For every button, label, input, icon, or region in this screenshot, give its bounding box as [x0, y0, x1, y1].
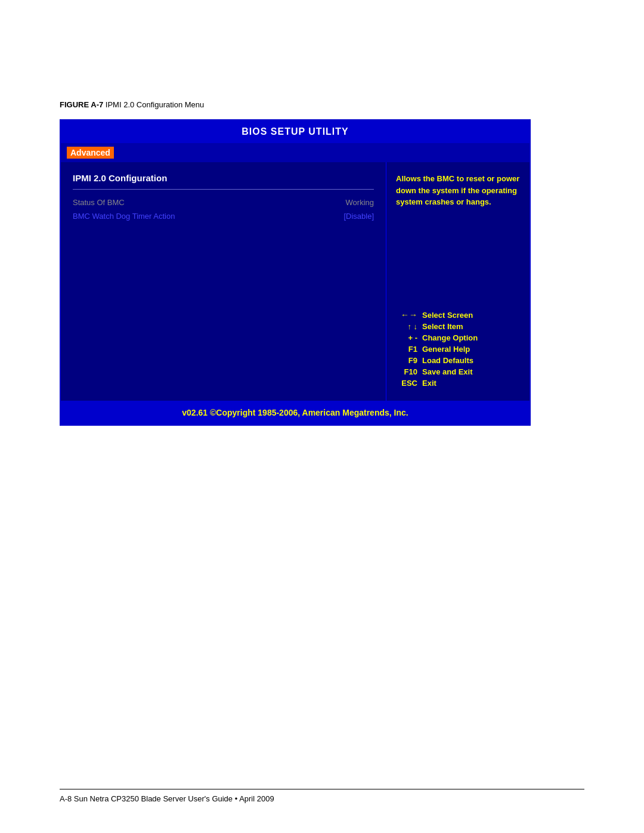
- bios-title-bar: BIOS SETUP UTILITY: [61, 120, 530, 143]
- desc-save-exit: Save and Exit: [422, 367, 473, 376]
- bios-footer-text: v02.61 ©Copyright 1985-2006, American Me…: [182, 408, 408, 417]
- key-f1: F1: [396, 345, 417, 354]
- status-bmc-value: Working: [346, 198, 374, 207]
- page-wrapper: FIGURE A-7 IPMI 2.0 Configuration Menu B…: [0, 0, 644, 833]
- keybinding-f1: F1 General Help: [396, 345, 520, 354]
- bios-menu-watchdog[interactable]: BMC Watch Dog Timer Action [Disable]: [73, 212, 374, 221]
- bios-nav-bar: Advanced: [61, 143, 530, 162]
- desc-load-defaults: Load Defaults: [422, 356, 473, 365]
- bios-container: BIOS SETUP UTILITY Advanced IPMI 2.0 Con…: [60, 119, 531, 426]
- status-bmc-label: Status Of BMC: [73, 198, 125, 207]
- desc-general-help: General Help: [422, 345, 470, 354]
- key-plusminus: + -: [396, 333, 417, 342]
- watchdog-label: BMC Watch Dog Timer Action: [73, 212, 175, 221]
- desc-select-screen: Select Screen: [422, 311, 473, 320]
- figure-label-title: IPMI 2.0 Configuration Menu: [106, 100, 204, 109]
- bios-title: BIOS SETUP UTILITY: [242, 126, 349, 137]
- bios-divider: [73, 189, 374, 190]
- bios-keybindings: ←→ Select Screen ↑ ↓ Select Item + - Cha…: [396, 310, 520, 390]
- key-f9: F9: [396, 356, 417, 365]
- keybinding-esc: ESC Exit: [396, 379, 520, 388]
- keybinding-select-screen: ←→ Select Screen: [396, 310, 520, 320]
- bios-menu-status-bmc[interactable]: Status Of BMC Working: [73, 198, 374, 207]
- figure-label-id: FIGURE A-7: [60, 100, 103, 109]
- bios-help-text: Allows the BMC to reset or power down th…: [396, 173, 520, 208]
- bios-footer: v02.61 ©Copyright 1985-2006, American Me…: [61, 401, 530, 425]
- bios-nav-advanced[interactable]: Advanced: [67, 147, 114, 159]
- keybinding-f10: F10 Save and Exit: [396, 367, 520, 376]
- page-footer-divider: [60, 789, 584, 789]
- bios-section-title: IPMI 2.0 Configuration: [73, 173, 374, 183]
- watchdog-value: [Disable]: [343, 212, 374, 221]
- desc-change-option: Change Option: [422, 333, 478, 342]
- figure-label: FIGURE A-7 IPMI 2.0 Configuration Menu: [60, 100, 204, 109]
- keybinding-change-option: + - Change Option: [396, 333, 520, 342]
- bios-right-panel: Allows the BMC to reset or power down th…: [386, 162, 530, 401]
- key-arrows: ←→: [396, 310, 417, 320]
- key-f10: F10: [396, 367, 417, 376]
- desc-exit: Exit: [422, 379, 436, 388]
- keybinding-select-item: ↑ ↓ Select Item: [396, 322, 520, 331]
- desc-select-item: Select Item: [422, 322, 463, 331]
- page-footer-text: A-8 Sun Netra CP3250 Blade Server User's…: [60, 794, 274, 803]
- key-updown: ↑ ↓: [396, 322, 417, 331]
- keybinding-f9: F9 Load Defaults: [396, 356, 520, 365]
- key-esc: ESC: [396, 379, 417, 388]
- page-footer: A-8 Sun Netra CP3250 Blade Server User's…: [60, 789, 584, 803]
- bios-main-content: IPMI 2.0 Configuration Status Of BMC Wor…: [61, 162, 530, 401]
- bios-left-panel: IPMI 2.0 Configuration Status Of BMC Wor…: [61, 162, 386, 401]
